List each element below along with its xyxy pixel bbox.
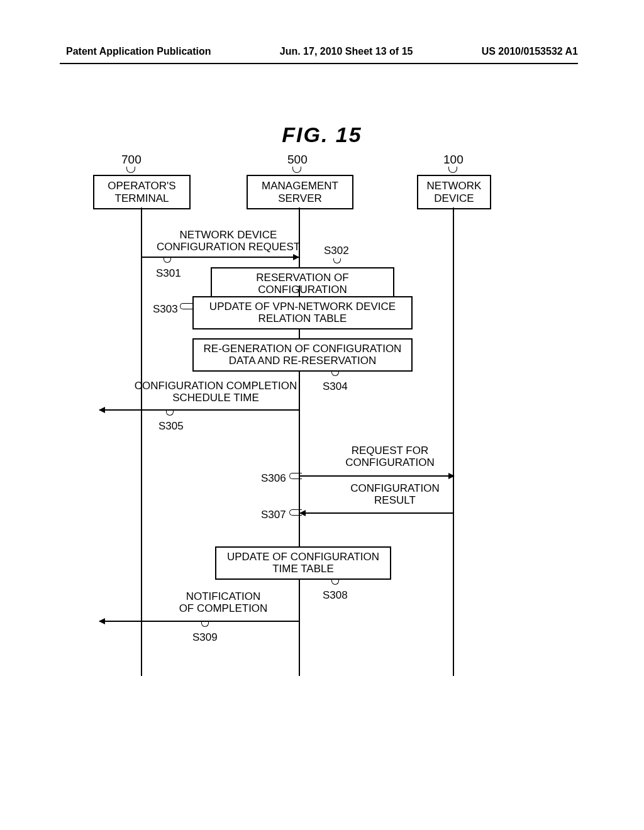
bracket-icon [331,580,339,585]
lifeline-operator [141,208,142,676]
label-s306: REQUEST FOR CONFIGURATION [327,445,453,468]
step-box-s304: RE-GENERATION OF CONFIGURATION DATA AND … [192,338,413,372]
step-id-s303: S303 [153,303,178,316]
connector-icon [289,509,302,516]
step-id-s307: S307 [261,509,286,521]
step-id-s308: S308 [323,589,348,602]
bracket-icon [164,258,171,263]
step-box-s303: UPDATE OF VPN-NETWORK DEVICE RELATION TA… [192,296,413,329]
bracket-icon [331,371,339,376]
lifeline-device [453,208,454,676]
step-id-s309: S309 [192,631,218,644]
connector-icon [180,303,192,309]
step-id-s302: S302 [324,245,349,257]
lifeline-box-operator: OPERATOR'S TERMINAL [93,175,191,209]
arrow-s306 [300,475,454,477]
step-id-s304: S304 [323,380,348,393]
label-s307: CONFIGURATION RESULT [332,483,458,506]
arrow-s307 [300,512,454,514]
arrowhead-right-icon [448,473,455,479]
arrow-s305 [99,409,299,411]
header-center: Jun. 17, 2010 Sheet 13 of 15 [280,46,413,57]
arrow-s309 [99,621,299,622]
bracket-icon [333,258,341,263]
lifeline-id-server: 500 [287,153,308,167]
step-id-s306: S306 [261,472,286,485]
bracket-icon [448,167,457,173]
bracket-icon [126,167,135,173]
page-header: Patent Application Publication Jun. 17, … [0,46,644,57]
figure-title: FIG. 15 [282,123,362,147]
arrowhead-left-icon [99,618,105,624]
sequence-diagram: 700 OPERATOR'S TERMINAL 500 MANAGEMENT S… [107,153,518,704]
connector-line [299,285,300,296]
step-box-s308: UPDATE OF CONFIGURATION TIME TABLE [215,546,391,580]
step-id-s301: S301 [156,267,181,280]
arrowhead-left-icon [99,407,105,413]
connector-icon [289,473,302,479]
lifeline-box-device: NETWORK DEVICE [417,175,491,209]
bracket-icon [201,622,209,627]
step-id-s305: S305 [158,420,184,433]
lifeline-id-operator: 700 [121,153,142,167]
lifeline-id-device: 100 [443,153,464,167]
header-left: Patent Application Publication [66,46,211,57]
label-s305: CONFIGURATION COMPLETION SCHEDULE TIME [131,380,301,404]
header-right: US 2010/0153532 A1 [482,46,578,57]
lifeline-box-server: MANAGEMENT SERVER [247,175,353,209]
bracket-icon [166,411,174,416]
label-s309: NOTIFICATION OF COMPLETION [173,591,274,614]
bracket-icon [292,167,301,173]
header-divider [60,63,578,64]
label-s301: NETWORK DEVICE CONFIGURATION REQUEST [156,230,301,253]
arrowhead-right-icon [293,254,299,260]
